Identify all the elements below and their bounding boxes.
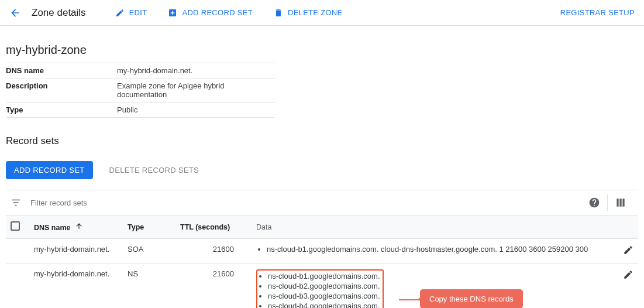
detail-row-type: Type Public (6, 102, 275, 118)
columns-icon[interactable] (608, 197, 633, 208)
cell-dns-name: my-hybrid-domain.net. (29, 263, 123, 309)
cell-ttl: 21600 (175, 263, 252, 309)
cell-type: SOA (123, 239, 175, 263)
data-item: ns-cloud-b4.googledomains.com. (268, 302, 380, 308)
cell-data: ns-cloud-b1.googledomains.com. ns-cloud-… (252, 263, 609, 309)
page-title: Zone details (32, 7, 86, 19)
detail-value: Example zone for Apigee hybrid documenta… (117, 81, 275, 99)
add-record-set-button[interactable]: ADD RECORD SET (168, 8, 253, 18)
add-record-set-label: ADD RECORD SET (182, 8, 253, 17)
detail-value: Public (117, 105, 275, 114)
detail-row-description: Description Example zone for Apigee hybr… (6, 78, 275, 102)
cell-type: NS (123, 263, 175, 309)
pencil-icon (115, 8, 125, 18)
delete-zone-label: DELETE ZONE (288, 8, 343, 17)
column-ttl[interactable]: TTL (seconds) (175, 215, 252, 239)
cell-ttl: 21600 (175, 239, 252, 263)
zone-details-table: DNS name my-hybrid-domain.net. Descripti… (6, 63, 275, 118)
select-all-header (6, 215, 29, 239)
column-type[interactable]: Type (123, 215, 175, 239)
column-actions (609, 215, 638, 239)
cell-data: ns-cloud-b1.googledomains.com. cloud-dns… (252, 239, 609, 263)
top-bar: Zone details EDIT ADD RECORD SET DELETE … (0, 0, 644, 26)
data-item: ns-cloud-b1.googledomains.com. (268, 272, 380, 280)
detail-label: DNS name (6, 66, 117, 75)
filter-icon[interactable] (11, 197, 21, 208)
back-icon[interactable] (9, 7, 21, 19)
data-item: ns-cloud-b2.googledomains.com. (268, 282, 380, 290)
help-icon[interactable] (581, 197, 607, 208)
table-row: my-hybrid-domain.net. NS 21600 ns-cloud-… (6, 263, 638, 309)
detail-label: Description (6, 81, 117, 99)
delete-record-sets-button[interactable]: DELETE RECORD SETS (106, 165, 202, 175)
delete-zone-button[interactable]: DELETE ZONE (274, 8, 343, 18)
edit-label: EDIT (129, 8, 147, 17)
filter-input[interactable] (29, 198, 581, 208)
record-sets-heading: Record sets (6, 135, 638, 147)
data-item: ns-cloud-b1.googledomains.com. cloud-dns… (267, 245, 604, 254)
add-record-set-primary-button[interactable]: ADD RECORD SET (6, 161, 93, 179)
edit-row-icon[interactable] (623, 269, 633, 280)
select-all-checkbox[interactable] (11, 221, 20, 231)
cell-dns-name: my-hybrid-domain.net. (29, 239, 123, 263)
registrar-setup-button[interactable]: REGISTRAR SETUP (560, 8, 635, 17)
filter-bar (6, 190, 638, 215)
detail-row-dns-name: DNS name my-hybrid-domain.net. (6, 63, 275, 78)
detail-label: Type (6, 105, 117, 114)
detail-value: my-hybrid-domain.net. (117, 66, 275, 75)
table-row: my-hybrid-domain.net. SOA 21600 ns-cloud… (6, 239, 638, 263)
column-label: DNS name (34, 224, 71, 232)
column-data[interactable]: Data (252, 215, 609, 239)
edit-row-icon[interactable] (623, 245, 633, 255)
sort-ascending-icon (75, 224, 83, 232)
table-header-row: DNS name Type TTL (seconds) Data (6, 215, 638, 239)
trash-icon (274, 8, 283, 18)
record-sets-table: DNS name Type TTL (seconds) Data my-hybr… (6, 215, 638, 308)
column-dns-name[interactable]: DNS name (29, 215, 123, 239)
zone-name-heading: my-hybrid-zone (6, 43, 638, 57)
data-item: ns-cloud-b3.googledomains.com. (268, 292, 380, 300)
callout-annotation: Copy these DNS records (420, 289, 523, 308)
highlight-box: ns-cloud-b1.googledomains.com. ns-cloud-… (256, 269, 384, 308)
edit-button[interactable]: EDIT (115, 8, 147, 18)
add-box-icon (168, 8, 177, 18)
